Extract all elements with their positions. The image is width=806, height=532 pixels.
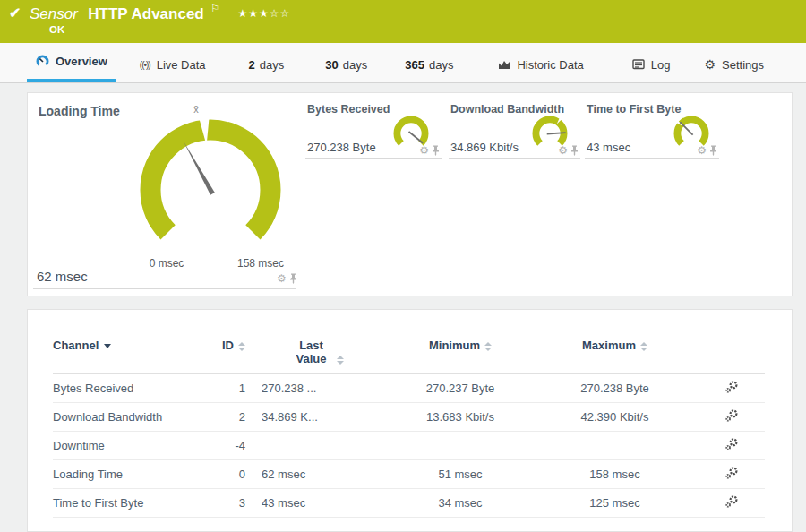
table-row: Loading Time 0 62 msec 51 msec 158 msec — [53, 460, 765, 489]
channel-name-cell: Time to First Byte — [53, 489, 219, 518]
table-row: Downtime -4 — [53, 432, 765, 460]
gauge-actions: ⚙ — [697, 145, 717, 156]
minimum-cell: 13.683 Kbit/s — [389, 403, 532, 432]
gauge-actions: ⚙ — [277, 273, 297, 284]
last-value-cell: 270.238 ... — [245, 374, 389, 403]
live-data-icon: ((•)) — [140, 60, 150, 70]
channel-id-cell: 3 — [219, 489, 245, 518]
col-header-id[interactable]: ID — [219, 333, 245, 374]
tab-overview[interactable]: Overview — [27, 43, 116, 82]
tab-30-days[interactable]: 30 days — [316, 43, 376, 82]
mini-gauge-title: Bytes Received — [307, 103, 390, 116]
tab-live-data[interactable]: ((•)) Live Data — [131, 43, 215, 82]
divider — [33, 288, 296, 289]
edit-channel-icon[interactable] — [725, 494, 739, 509]
edit-channel-icon[interactable] — [725, 437, 739, 451]
sort-icon — [238, 342, 245, 351]
channel-name-cell: Downtime — [53, 432, 219, 460]
last-value-cell — [245, 432, 389, 460]
mini-gauge-title: Time to First Byte — [587, 103, 681, 116]
sensor-kind-label: Sensor — [30, 5, 78, 22]
last-value-cell: 62 msec — [245, 460, 389, 489]
tab-2-days[interactable]: 2 days — [240, 43, 294, 82]
pin-icon[interactable] — [432, 145, 440, 156]
mini-gauge-value: 270.238 Byte — [307, 141, 376, 154]
col-header-maximum[interactable]: Maximum — [532, 333, 698, 374]
overview-gauges-panel: Loading Time x̄ 0 msec 158 msec 62 msec … — [27, 92, 793, 296]
channel-name-cell: Download Bandwidth — [53, 403, 219, 432]
table-header-row: Channel ID Last Value Minimum Maximum — [53, 333, 765, 374]
priority-stars[interactable]: ★★★☆☆ — [238, 7, 291, 20]
minimum-cell: 34 msec — [389, 489, 532, 518]
channel-name-cell: Loading Time — [53, 460, 219, 489]
gauge-icon — [36, 55, 49, 68]
sort-icon — [640, 342, 647, 351]
gear-icon[interactable]: ⚙ — [277, 273, 287, 284]
channel-id-cell: -4 — [219, 432, 245, 460]
sort-desc-icon — [104, 344, 111, 348]
gauge-arc — [150, 130, 270, 232]
gear-icon[interactable]: ⚙ — [697, 145, 707, 156]
tab-365-days[interactable]: 365 days — [396, 43, 462, 82]
gauge-min-label: 0 msec — [150, 257, 184, 270]
gauge-mean-marker: x̄ — [193, 104, 199, 115]
channel-id-cell: 0 — [219, 460, 245, 489]
settings-gear-icon: ⚙ — [705, 57, 716, 72]
sort-icon — [484, 342, 492, 351]
primary-gauge-value: 62 msec — [37, 269, 88, 284]
tab-settings[interactable]: ⚙ Settings — [696, 43, 774, 82]
sensor-header: ✔ Sensor HTTP Advanced ⚐ ★★★☆☆ OK — [0, 0, 806, 43]
minimum-cell — [389, 432, 532, 460]
minimum-cell: 270.237 Byte — [389, 374, 532, 403]
gear-icon[interactable]: ⚙ — [558, 145, 568, 156]
channel-table: Channel ID Last Value Minimum Maximum — [53, 333, 765, 518]
log-icon — [632, 59, 645, 70]
mini-gauge-time-to-first-byte: Time to First Byte 43 msec ⚙ — [585, 98, 719, 159]
primary-gauge-title: Loading Time — [39, 104, 120, 118]
edit-channel-icon[interactable] — [725, 380, 739, 394]
gauge-needle — [184, 142, 215, 195]
historic-data-icon — [498, 59, 510, 70]
pin-icon[interactable] — [570, 145, 579, 156]
maximum-cell: 125 msec — [532, 489, 698, 518]
edit-channel-icon[interactable] — [725, 466, 739, 480]
primary-gauge[interactable]: x̄ 0 msec 158 msec — [121, 99, 300, 273]
edit-channel-icon[interactable] — [725, 408, 739, 423]
mini-gauge-value: 34.869 Kbit/s — [450, 141, 519, 154]
mini-gauge-bytes-received: Bytes Received 270.238 Byte ⚙ — [305, 98, 442, 159]
maximum-cell — [532, 432, 698, 460]
tab-historic-data[interactable]: Historic Data — [489, 43, 592, 82]
col-header-minimum[interactable]: Minimum — [389, 333, 532, 374]
tab-bar: Overview ((•)) Live Data 2 days 30 days … — [0, 43, 806, 83]
last-value-cell: 34.869 K... — [245, 403, 389, 432]
flag-icon[interactable]: ⚐ — [210, 3, 219, 13]
pin-icon[interactable] — [709, 145, 717, 156]
gauge-actions: ⚙ — [419, 145, 440, 156]
gear-icon[interactable]: ⚙ — [419, 145, 429, 156]
sensor-title: HTTP Advanced — [88, 5, 203, 22]
status-check-icon: ✔ — [9, 4, 21, 21]
gauge-needle — [409, 132, 424, 143]
status-text: OK — [49, 24, 64, 35]
last-value-cell: 43 msec — [245, 489, 389, 518]
table-row: Download Bandwidth 2 34.869 K... 13.683 … — [53, 403, 765, 432]
minimum-cell: 51 msec — [389, 460, 532, 489]
table-row: Bytes Received 1 270.238 ... 270.237 Byt… — [53, 374, 765, 403]
col-header-actions — [698, 333, 765, 374]
channel-name-cell: Bytes Received — [53, 374, 219, 403]
table-row: Time to First Byte 3 43 msec 34 msec 125… — [53, 489, 765, 518]
maximum-cell: 158 msec — [532, 460, 698, 489]
mini-gauge-download-bandwidth: Download Bandwidth 34.869 Kbit/s ⚙ — [449, 98, 580, 159]
maximum-cell: 270.238 Byte — [532, 374, 698, 403]
channel-table-panel: Channel ID Last Value Minimum Maximum — [27, 309, 793, 532]
sort-icon — [337, 356, 344, 365]
pin-icon[interactable] — [289, 273, 297, 284]
col-header-channel[interactable]: Channel — [53, 333, 219, 374]
gauge-actions: ⚙ — [558, 145, 579, 156]
col-header-last-value[interactable]: Last Value — [245, 333, 389, 374]
gauge-max-label: 158 msec — [237, 257, 284, 270]
channel-id-cell: 1 — [219, 374, 245, 403]
tab-log[interactable]: Log — [623, 43, 680, 82]
maximum-cell: 42.390 Kbit/s — [532, 403, 698, 432]
mini-gauge-value: 43 msec — [587, 141, 630, 154]
